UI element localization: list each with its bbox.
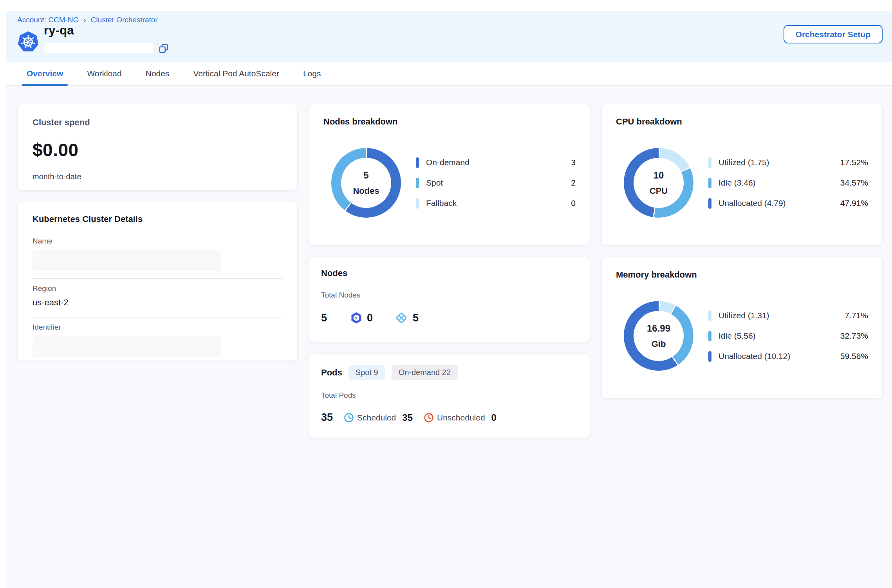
cluster-details-title: Kubernetes Cluster Details	[33, 214, 282, 224]
on-demand-label: On-demand	[426, 158, 540, 167]
spot-marker	[416, 178, 419, 188]
page-header: Account: CCM-NG › Cluster Orchestrator r…	[6, 11, 892, 62]
cpu-idle-marker	[708, 178, 711, 188]
nodes-donut-chart: 5 Nodes	[331, 148, 401, 218]
cpu-donut-center-value: 10	[654, 170, 664, 181]
cluster-spend-amount: $0.00	[33, 139, 282, 161]
memory-idle-marker	[708, 331, 711, 341]
legend-row: Spot 2	[416, 177, 576, 189]
cluster-id-redacted	[44, 43, 153, 53]
cpu-unallocated-marker	[708, 198, 711, 209]
spot-label: Spot	[426, 178, 540, 188]
cpu-breakdown-legend: Utilized (1.75) 17.52% Idle (3.46) 34.57…	[708, 157, 868, 209]
memory-idle-label: Idle (5.56)	[719, 331, 833, 341]
fallback-value: 0	[540, 198, 576, 208]
overview-content: Cluster spend $0.00 month-to-date Kubern…	[6, 86, 892, 588]
cluster-spend-title: Cluster spend	[33, 117, 282, 128]
region-label: Region	[33, 284, 282, 293]
nodes-breakdown-legend: On-demand 3 Spot 2 Fallback 0	[416, 157, 576, 209]
fallback-marker	[416, 198, 419, 209]
cpu-utilized-value: 17.52%	[833, 158, 868, 167]
region-value: us-east-2	[33, 298, 282, 308]
cpu-donut-center-label: CPU	[650, 186, 668, 196]
memory-unallocated-label: Unallocated (10.12)	[719, 352, 833, 361]
memory-utilized-value: 7.71%	[833, 311, 868, 320]
cpu-unallocated-value: 47.91%	[833, 198, 868, 208]
fallback-label: Fallback	[426, 198, 540, 208]
tab-vertical-pod-autoscaler[interactable]: Vertical Pod AutoScaler	[188, 62, 283, 85]
total-nodes-value: 5	[321, 312, 327, 324]
legend-row: Idle (5.56) 32.73%	[708, 330, 868, 342]
nodes-breakdown-title: Nodes breakdown	[323, 117, 576, 127]
on-demand-value: 3	[540, 158, 576, 167]
kubernetes-logo-icon	[17, 31, 39, 53]
scheduled-label: Scheduled	[357, 413, 396, 422]
pool-nodes-value: 5	[413, 312, 419, 324]
nodes-summary-card: Nodes Total Nodes 5 k 0	[309, 257, 590, 342]
divider	[33, 278, 282, 279]
identifier-value-redacted	[33, 336, 221, 357]
memory-utilized-label: Utilized (1.31)	[719, 311, 833, 320]
name-label: Name	[33, 237, 282, 245]
svg-text:k: k	[355, 316, 358, 320]
tab-overview[interactable]: Overview	[22, 62, 68, 85]
legend-row: Idle (3.46) 34.57%	[708, 177, 868, 189]
memory-breakdown-legend: Utilized (1.31) 7.71% Idle (5.56) 32.73%…	[708, 310, 868, 362]
nodes-donut-center-label: Nodes	[353, 186, 379, 196]
cpu-idle-value: 34.57%	[833, 178, 868, 188]
cluster-details-card: Kubernetes Cluster Details Name Region u…	[17, 202, 298, 361]
memory-donut-chart: 16.99 Gib	[624, 301, 693, 371]
memory-unallocated-marker	[708, 351, 711, 362]
name-value-redacted	[33, 250, 221, 271]
tab-logs[interactable]: Logs	[298, 62, 326, 85]
cluster-spend-caption: month-to-date	[33, 172, 282, 181]
unscheduled-value: 0	[491, 412, 497, 423]
spot-pods-badge: Spot 9	[348, 365, 385, 380]
scheduled-clock-icon	[344, 413, 354, 423]
breadcrumb-separator-icon: ›	[83, 16, 86, 24]
breadcrumb-account-link[interactable]: Account: CCM-NG	[17, 16, 79, 24]
divider	[33, 317, 282, 317]
nodes-breakdown-card: Nodes breakdown 5 Nodes On-demand 3	[309, 104, 590, 245]
cpu-utilized-marker	[708, 157, 711, 168]
on-demand-pods-badge: On-demand 22	[392, 365, 458, 380]
cpu-idle-label: Idle (3.46)	[719, 178, 833, 188]
karpenter-icon: k	[350, 312, 362, 324]
cpu-donut-chart: 10 CPU	[624, 148, 693, 218]
tab-bar: Overview Workload Nodes Vertical Pod Aut…	[6, 62, 892, 86]
on-demand-marker	[416, 157, 419, 168]
breadcrumb: Account: CCM-NG › Cluster Orchestrator	[17, 16, 158, 24]
legend-row: Utilized (1.31) 7.71%	[708, 310, 868, 321]
identifier-label: Identifier	[33, 323, 282, 332]
tab-workload[interactable]: Workload	[82, 62, 126, 85]
unscheduled-label: Unscheduled	[437, 413, 485, 422]
pods-title: Pods	[321, 368, 342, 378]
total-pods-label: Total Pods	[321, 391, 578, 400]
memory-unallocated-value: 59.56%	[833, 352, 868, 361]
unscheduled-clock-icon	[424, 413, 434, 423]
legend-row: Utilized (1.75) 17.52%	[708, 157, 868, 168]
total-pods-value: 35	[321, 411, 333, 424]
spot-value: 2	[540, 178, 576, 188]
cluster-spend-card: Cluster spend $0.00 month-to-date	[17, 104, 298, 191]
cpu-breakdown-card: CPU breakdown 10 CPU Utilized (1.75) 17.…	[601, 104, 883, 245]
cpu-unallocated-label: Unallocated (4.79)	[719, 198, 833, 208]
copy-icon[interactable]	[158, 43, 169, 54]
orchestrator-setup-button[interactable]: Orchestrator Setup	[784, 25, 883, 43]
page-title: ry-qa	[44, 23, 74, 38]
memory-utilized-marker	[708, 310, 711, 321]
legend-row: Fallback 0	[416, 197, 576, 209]
cpu-utilized-label: Utilized (1.75)	[719, 158, 833, 167]
memory-donut-center-value: 16.99	[647, 323, 670, 334]
memory-breakdown-title: Memory breakdown	[616, 270, 868, 280]
pods-card: Pods Spot 9 On-demand 22 Total Pods 35 S…	[309, 354, 590, 438]
nodes-summary-title: Nodes	[321, 268, 578, 278]
memory-breakdown-card: Memory breakdown 16.99 Gib Utilized (1.3…	[601, 257, 883, 399]
tab-nodes[interactable]: Nodes	[141, 62, 174, 85]
memory-donut-center-label: Gib	[652, 339, 666, 349]
legend-row: On-demand 3	[416, 157, 576, 168]
scheduled-value: 35	[402, 412, 413, 423]
nodes-donut-center-value: 5	[363, 170, 368, 181]
breadcrumb-current-link[interactable]: Cluster Orchestrator	[91, 16, 158, 24]
legend-row: Unallocated (10.12) 59.56%	[708, 350, 868, 362]
